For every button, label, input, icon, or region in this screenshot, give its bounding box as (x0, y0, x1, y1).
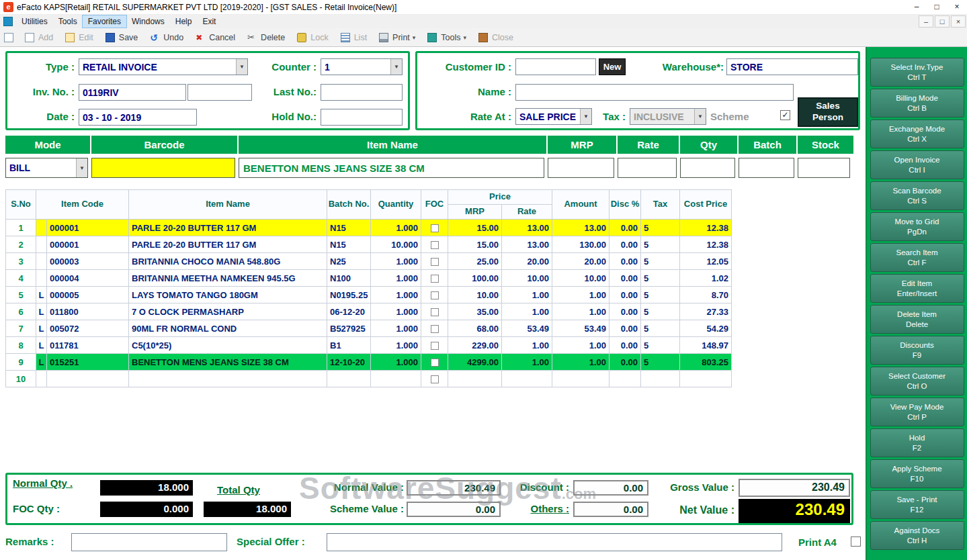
toolbar-delete-button[interactable]: Delete (241, 31, 291, 44)
cell-cost-price: 27.33 (680, 304, 732, 320)
new-doc-icon[interactable] (4, 33, 13, 42)
toolbar-save-button[interactable]: Save (99, 31, 144, 44)
table-row[interactable]: 6L0118007 O CLOCK PERMASHARP06-12-201.00… (6, 304, 732, 320)
entry-rate-field[interactable] (618, 158, 677, 178)
sidebar-button-edit-item[interactable]: Edit ItemEnter/Insert (870, 274, 964, 303)
inv-no-input[interactable] (79, 84, 186, 101)
table-row[interactable]: 2000001PARLE 20-20 BUTTER 117 GMN1510.00… (6, 236, 732, 253)
foc-checkbox[interactable] (431, 308, 439, 316)
cell-item-name: BRITANNIA CHOCO MANIA 548.80G (129, 253, 327, 270)
mdi-close-icon[interactable]: × (951, 15, 966, 28)
type-select[interactable]: RETAIL INVOICE ▼ (79, 58, 248, 75)
sidebar-button-discounts[interactable]: DiscountsF9 (870, 336, 964, 365)
sidebar-button-exchange-mode[interactable]: Exchange ModeCtrl X (870, 120, 964, 148)
toolbar-tools-button[interactable]: Tools▾ (421, 31, 472, 44)
sidebar-button-open-invoice[interactable]: Open InvoiceCtrl I (870, 150, 964, 179)
customer-id-input[interactable] (515, 58, 596, 75)
sidebar-button-billing-mode[interactable]: Billing ModeCtrl B (870, 89, 964, 118)
cell-rate: 13.00 (502, 220, 552, 236)
table-row[interactable]: 10 (6, 371, 732, 387)
menu-item-windows[interactable]: Windows (126, 15, 170, 28)
foc-checkbox[interactable] (431, 325, 439, 333)
chevron-down-icon[interactable]: ▼ (580, 109, 591, 124)
menu-item-help[interactable]: Help (170, 15, 198, 28)
rate-at-select[interactable]: SALE PRICE ▼ (515, 108, 592, 125)
sidebar-button-hold[interactable]: HoldF2 (870, 428, 964, 457)
foc-checkbox[interactable] (431, 291, 439, 299)
table-row[interactable]: 1000001PARLE 20-20 BUTTER 117 GMN151.000… (6, 220, 732, 236)
sidebar-button-against-docs[interactable]: Against DocsCtrl H (870, 521, 964, 550)
chevron-down-icon[interactable]: ▼ (76, 158, 87, 177)
sidebar-button-shortcut: Ctrl B (907, 103, 927, 113)
menu-item-favorites[interactable]: Favorites (83, 15, 126, 28)
cell-disc: 0.00 (609, 320, 641, 337)
table-row[interactable]: 5L000005LAYS TOMATO TANGO 180GMN0195.251… (6, 287, 732, 304)
foc-checkbox[interactable] (431, 342, 439, 350)
cell-tax: 5 (641, 270, 680, 287)
sales-person-button[interactable]: Sales Person (798, 97, 858, 127)
sidebar-button-scan-barcode[interactable]: Scan BarcodeCtrl S (870, 181, 964, 210)
special-offer-input[interactable] (327, 533, 782, 551)
chevron-down-icon[interactable]: ▼ (390, 59, 402, 75)
entry-mrp-field[interactable] (548, 158, 614, 178)
table-row[interactable]: 7L00507290ML FR NORMAL CONDB5279251.0006… (6, 320, 732, 337)
col-mrp: MRP (448, 205, 502, 220)
entry-item-name[interactable]: BENETTON MENS JEANS SIZE 38 CM (239, 158, 544, 178)
new-customer-button[interactable]: New (599, 58, 626, 75)
menu-item-exit[interactable]: Exit (197, 15, 221, 28)
close-icon[interactable]: × (947, 0, 967, 15)
sidebar-button-search-item[interactable]: Search ItemCtrl F (870, 243, 964, 272)
foc-checkbox[interactable] (431, 275, 439, 283)
table-row[interactable]: 9L015251BENETTON MENS JEANS SIZE 38 CM12… (6, 354, 732, 371)
sidebar-button-apply-scheme[interactable]: Apply SchemeF10 (870, 459, 964, 488)
foc-checkbox[interactable] (431, 375, 439, 383)
sidebar-button-view-pay-mode[interactable]: View Pay ModeCtrl P (870, 398, 964, 426)
entry-qty-field[interactable] (680, 158, 735, 178)
foc-checkbox[interactable] (431, 241, 439, 249)
hold-no-input[interactable] (321, 109, 403, 126)
sidebar-button-delete-item[interactable]: Delete ItemDelete (870, 305, 964, 334)
toolbar-print-button[interactable]: Print▾ (373, 31, 421, 44)
counter-select[interactable]: 1 ▼ (321, 58, 403, 75)
hold-no-label: Hold No.: (249, 111, 317, 122)
minimize-icon[interactable]: – (907, 0, 927, 15)
cell-mrp: 25.00 (448, 253, 502, 270)
barcode-input[interactable] (91, 158, 235, 178)
print-a4-checkbox[interactable] (851, 536, 861, 547)
maximize-icon[interactable]: □ (927, 0, 947, 15)
sidebar-button-save-print[interactable]: Save - PrintF12 (870, 490, 964, 519)
table-row[interactable]: 4000004BRITANNIA MEETHA NAMKEEN 945.5GN1… (6, 270, 732, 287)
last-no-input[interactable] (321, 84, 403, 101)
foc-checkbox[interactable] (431, 258, 439, 266)
customer-name-input[interactable] (515, 84, 794, 101)
remarks-input[interactable] (71, 533, 227, 551)
entry-batch-field[interactable] (739, 158, 794, 178)
chevron-down-icon[interactable]: ▼ (236, 59, 247, 75)
toolbar-cancel-button[interactable]: Cancel (190, 31, 241, 44)
table-row[interactable]: 3000003BRITANNIA CHOCO MANIA 548.80GN251… (6, 253, 732, 270)
cell-rate: 1.00 (502, 287, 552, 304)
cell-quantity: 10.000 (371, 236, 421, 253)
sidebar-button-select-inv-type[interactable]: Select Inv.TypeCtrl T (870, 58, 964, 87)
menu-item-tools[interactable]: Tools (53, 15, 83, 28)
inv-no-suffix-input[interactable] (187, 84, 252, 101)
foc-checkbox[interactable] (431, 359, 439, 367)
sidebar-button-select-customer[interactable]: Select CustomerCtrl O (870, 367, 964, 395)
save-icon (106, 33, 115, 42)
sidebar-button-move-to-grid[interactable]: Move to GridPgDn (870, 212, 964, 241)
mdi-minimize-icon[interactable]: – (919, 15, 933, 28)
toolbar-add-label: Add (38, 33, 53, 42)
toolbar-undo-button[interactable]: Undo (144, 31, 190, 44)
warehouse-label: Warehouse*: (630, 61, 724, 73)
entry-stock-field[interactable] (798, 158, 850, 178)
cell-amount: 10.00 (552, 270, 609, 287)
foc-checkbox[interactable] (431, 224, 439, 232)
mode-select[interactable]: BILL ▼ (5, 158, 88, 178)
warehouse-input[interactable] (726, 58, 858, 75)
mdi-restore-icon[interactable]: □ (935, 15, 950, 28)
menu-item-utilities[interactable]: Utilities (16, 15, 53, 28)
scheme-checkbox[interactable]: ✓ (780, 110, 790, 120)
date-input[interactable]: 03 - 10 - 2019 (79, 109, 197, 126)
cell-item-name: 90ML FR NORMAL COND (129, 320, 327, 337)
table-row[interactable]: 8L011781C5(10*25)B11.000229.001.001.000.… (6, 337, 732, 354)
